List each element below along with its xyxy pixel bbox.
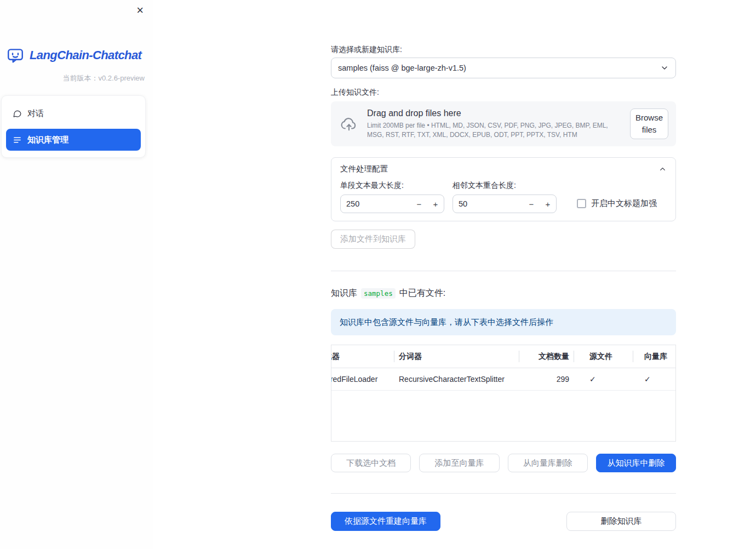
file-dropzone[interactable]: Drag and drop files here Limit 200MB per… <box>331 101 676 146</box>
existing-suffix: 中已有文件: <box>399 288 445 299</box>
column-header-doc-count[interactable]: 文档数量 <box>519 345 574 368</box>
table-header-row: 文档加载器 分词器 文档数量 源文件 向量库 <box>331 345 675 368</box>
add-to-vector-store-button[interactable]: 添加至向量库 <box>419 454 499 472</box>
kb-name-code: samples <box>361 288 396 299</box>
column-header-vector-store[interactable]: 向量库 <box>633 345 675 368</box>
zh-title-checkbox-label: 开启中文标题加强 <box>591 198 657 209</box>
overlap-label: 相邻文本重合长度: <box>453 181 557 190</box>
app-logo: LangChain-Chatchat <box>5 46 153 65</box>
sidebar-item-knowledge-base[interactable]: 知识库管理 <box>6 129 141 151</box>
max-length-field: 单段文本最大长度: 250 − + <box>340 181 444 213</box>
column-header-loader[interactable]: 文档加载器 <box>331 345 394 368</box>
overlap-stepper: 50 − + <box>453 195 557 213</box>
kb-selectbox[interactable]: samples (faiss @ bge-large-zh-v1.5) <box>331 58 676 78</box>
divider <box>331 271 676 271</box>
overlap-increment-button[interactable]: + <box>540 195 556 213</box>
sidebar-close-icon[interactable]: × <box>133 3 147 18</box>
cell-source-file-check: ✓ <box>574 368 633 390</box>
overlap-decrement-button[interactable]: − <box>523 195 540 213</box>
sidebar-menu: 对话 知识库管理 <box>1 95 146 158</box>
kb-action-buttons: 依据源文件重建向量库 删除知识库 <box>331 512 676 531</box>
table-row[interactable]: UnstructuredFileLoader RecursiveCharacte… <box>331 368 675 391</box>
app-root: × LangChain-Chatchat 当前版本：v0.2.6-preview <box>0 0 756 549</box>
overlap-field: 相邻文本重合长度: 50 − + <box>453 181 557 213</box>
dropzone-limit-text: Limit 200MB per file • HTML, MD, JSON, C… <box>367 121 621 139</box>
max-length-label: 单段文本最大长度: <box>340 181 444 190</box>
info-banner: 知识库中包含源文件与向量库，请从下表中选择文件后操作 <box>331 309 676 335</box>
main-content: 请选择或新建知识库: samples (faiss @ bge-large-zh… <box>331 0 676 531</box>
cell-splitter: RecursiveCharacterTextSplitter <box>394 368 519 390</box>
checkbox-box <box>577 199 586 208</box>
column-header-source-file[interactable]: 源文件 <box>574 345 633 368</box>
file-action-buttons: 下载选中文档 添加至向量库 从向量库删除 从知识库中删除 <box>331 454 676 472</box>
delete-kb-button[interactable]: 删除知识库 <box>566 512 676 531</box>
download-selected-button[interactable]: 下载选中文档 <box>331 454 411 472</box>
zh-title-checkbox[interactable]: 开启中文标题加强 <box>577 198 657 209</box>
existing-prefix: 知识库 <box>331 288 357 299</box>
sidebar-item-chat-label: 对话 <box>27 108 44 119</box>
dropzone-text: Drag and drop files here Limit 200MB per… <box>367 108 621 139</box>
info-banner-text: 知识库中包含源文件与向量库，请从下表中选择文件后操作 <box>340 317 553 328</box>
cell-vector-store-check: ✓ <box>633 368 675 390</box>
max-length-increment-button[interactable]: + <box>427 195 444 213</box>
sidebar-item-chat[interactable]: 对话 <box>6 102 141 124</box>
logo-text: LangChain-Chatchat <box>30 48 141 62</box>
file-config-body: 单段文本最大长度: 250 − + 相邻文本重合长度: 50 − + <box>331 180 675 221</box>
add-files-button[interactable]: 添加文件到知识库 <box>331 230 415 249</box>
upload-label: 上传知识文件: <box>331 88 676 97</box>
rebuild-vector-store-button[interactable]: 依据源文件重建向量库 <box>331 512 440 531</box>
chat-bubble-icon <box>13 109 22 118</box>
file-config-expander: 文件处理配置 单段文本最大长度: 250 − + 相邻文 <box>331 157 676 221</box>
logo-chat-bubble-icon <box>5 46 25 65</box>
chevron-up-icon <box>658 165 667 173</box>
cell-doc-count: 299 <box>519 368 574 390</box>
file-config-title: 文件处理配置 <box>340 164 388 174</box>
cloud-upload-icon <box>340 115 358 133</box>
files-table: 文档加载器 分词器 文档数量 源文件 向量库 UnstructuredFileL… <box>331 345 676 442</box>
dropzone-title: Drag and drop files here <box>367 108 621 118</box>
max-length-input[interactable]: 250 <box>341 199 411 208</box>
file-config-expander-header[interactable]: 文件处理配置 <box>331 158 675 180</box>
version-label: 当前版本：v0.2.6-preview <box>0 73 153 83</box>
kb-select-label: 请选择或新建知识库: <box>331 45 676 54</box>
max-length-stepper: 250 − + <box>340 195 444 213</box>
existing-files-line: 知识库 samples 中已有文件: <box>331 288 676 299</box>
delete-from-vector-store-button[interactable]: 从向量库删除 <box>508 454 588 472</box>
delete-from-kb-button[interactable]: 从知识库中删除 <box>596 454 676 472</box>
chevron-down-icon <box>660 64 669 72</box>
sidebar-item-knowledge-base-label: 知识库管理 <box>27 135 68 145</box>
max-length-decrement-button[interactable]: − <box>411 195 427 213</box>
kb-selected-value: samples (faiss @ bge-large-zh-v1.5) <box>338 64 466 72</box>
cell-loader: UnstructuredFileLoader <box>331 368 394 390</box>
sidebar: × LangChain-Chatchat 当前版本：v0.2.6-preview <box>0 0 153 549</box>
browse-files-button[interactable]: Browse files <box>630 108 668 139</box>
list-icon <box>13 135 22 145</box>
overlap-input[interactable]: 50 <box>453 199 523 208</box>
column-header-splitter[interactable]: 分词器 <box>394 345 519 368</box>
divider <box>331 493 676 494</box>
